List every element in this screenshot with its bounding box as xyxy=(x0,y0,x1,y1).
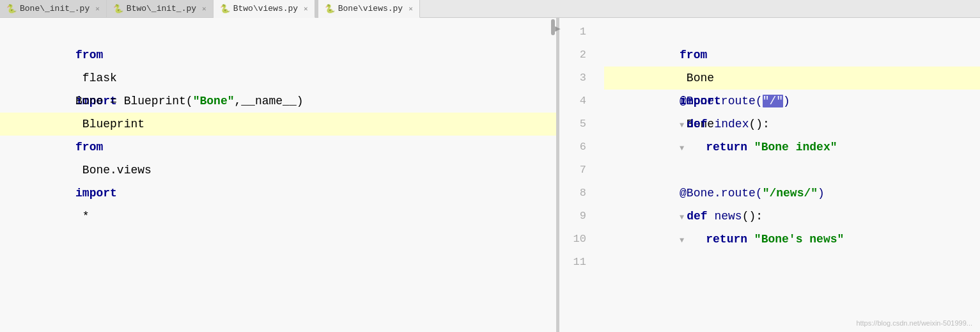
line-number: 3 xyxy=(559,67,586,90)
keyword-import: import xyxy=(75,187,117,200)
keyword-from: from xyxy=(75,49,103,61)
line-number: 6 xyxy=(559,136,586,159)
collapse-icon[interactable]: ▼ xyxy=(680,236,684,245)
tab-close-bone-init[interactable]: ✕ xyxy=(95,4,100,13)
scroll-indicator-left xyxy=(551,19,555,35)
collapse-icon[interactable]: ▼ xyxy=(680,213,684,222)
function-name: news xyxy=(714,210,742,223)
decorator: @Bone.route( xyxy=(680,95,763,107)
code-text: * xyxy=(75,210,89,223)
code-area-left[interactable]: from flask import Blueprint Bone = Bluep… xyxy=(0,18,556,332)
collapse-icon[interactable]: ▼ xyxy=(680,121,684,130)
watermark: https://blog.csdn.net/weixin-501999... xyxy=(856,319,972,327)
decorator: @Bone.route( xyxy=(680,187,763,200)
tab-close-btwo-init[interactable]: ✕ xyxy=(202,4,206,13)
code-text: Blueprint xyxy=(75,118,144,130)
selected-text: "/" xyxy=(763,95,783,107)
code-line xyxy=(0,251,556,274)
code-text: flask xyxy=(75,72,124,84)
code-content-left: from flask import Blueprint Bone = Bluep… xyxy=(0,18,556,332)
tab-close-bone-views[interactable]: ✕ xyxy=(408,4,413,13)
collapse-icon[interactable]: ▼ xyxy=(680,144,684,153)
code-text: Bone.views xyxy=(75,164,159,177)
python-icon: 🐍 xyxy=(220,4,230,14)
line-number: 9 xyxy=(559,205,586,228)
editors-container: from flask import Blueprint Bone = Bluep… xyxy=(0,18,980,332)
code-text xyxy=(747,141,754,154)
code-text xyxy=(708,118,715,130)
line-number: 10 xyxy=(559,228,586,251)
string-literal: "Bone's news" xyxy=(754,233,844,246)
tab-label: Bone\_init_.py xyxy=(20,4,89,13)
string-literal: "Bone index" xyxy=(754,141,837,154)
tab-btwo-views[interactable]: 🐍 Btwo\views.py ✕ xyxy=(214,0,315,18)
code-content-right: from Bone import Bone @Bone.route("/") ▼… xyxy=(591,18,980,332)
tab-label: Btwo\_init_.py xyxy=(127,4,196,13)
line-number: 8 xyxy=(559,182,586,205)
python-icon: 🐍 xyxy=(6,4,17,14)
string-literal: "Bone" xyxy=(193,95,235,107)
pane-divider[interactable]: ▶ xyxy=(556,18,559,332)
line-number: 2 xyxy=(559,43,586,67)
line-numbers-right: 1 2 3 4 5 6 7 8 9 10 11 xyxy=(559,18,591,332)
keyword-from: from xyxy=(680,49,707,61)
code-text: (): xyxy=(749,118,769,130)
tab-label: Btwo\views.py xyxy=(233,4,298,13)
python-icon: 🐍 xyxy=(113,4,123,14)
code-text: Bone = Blueprint( xyxy=(75,95,193,107)
code-line xyxy=(0,228,556,251)
code-text xyxy=(708,210,715,223)
line-number: 11 xyxy=(559,251,586,274)
function-name: index xyxy=(714,118,749,130)
editor-right: 1 2 3 4 5 6 7 8 9 10 11 from Bone import xyxy=(559,18,980,332)
tab-bone-views[interactable]: 🐍 Bone\views.py ✕ xyxy=(318,0,420,18)
tab-close-btwo-views[interactable]: ✕ xyxy=(304,4,308,13)
keyword-from: from xyxy=(75,141,103,154)
line-number: 7 xyxy=(559,159,586,182)
decorator: ) xyxy=(818,187,825,200)
string-literal: "/news/" xyxy=(763,187,818,200)
tab-btwo-init[interactable]: 🐍 Btwo\_init_.py ✕ xyxy=(107,0,214,17)
divider-arrow-icon: ▶ xyxy=(555,23,560,34)
line-number: 1 xyxy=(559,20,586,43)
tab-bar: 🐍 Bone\_init_.py ✕ 🐍 Btwo\_init_.py ✕ 🐍 … xyxy=(0,0,980,18)
keyword-def: def xyxy=(687,118,707,130)
tab-bone-init[interactable]: 🐍 Bone\_init_.py ✕ xyxy=(0,0,107,17)
line-number: 4 xyxy=(559,90,586,113)
code-text: Bone xyxy=(680,72,721,84)
keyword-def: def xyxy=(687,210,707,223)
code-text xyxy=(747,233,754,246)
decorator: ) xyxy=(783,95,790,107)
python-icon: 🐍 xyxy=(325,4,335,14)
right-code-line-1: from Bone import Bone xyxy=(604,20,980,43)
editor-left: from flask import Blueprint Bone = Bluep… xyxy=(0,18,556,332)
code-area-right[interactable]: 1 2 3 4 5 6 7 8 9 10 11 from Bone import xyxy=(559,18,980,332)
line-number: 5 xyxy=(559,113,586,136)
keyword-return: return xyxy=(706,141,747,154)
tab-label: Bone\views.py xyxy=(338,4,403,13)
code-text: (): xyxy=(742,210,763,223)
code-text: ,__name__) xyxy=(234,95,303,107)
code-line: from flask import Blueprint xyxy=(0,20,556,43)
keyword-return: return xyxy=(706,233,747,246)
